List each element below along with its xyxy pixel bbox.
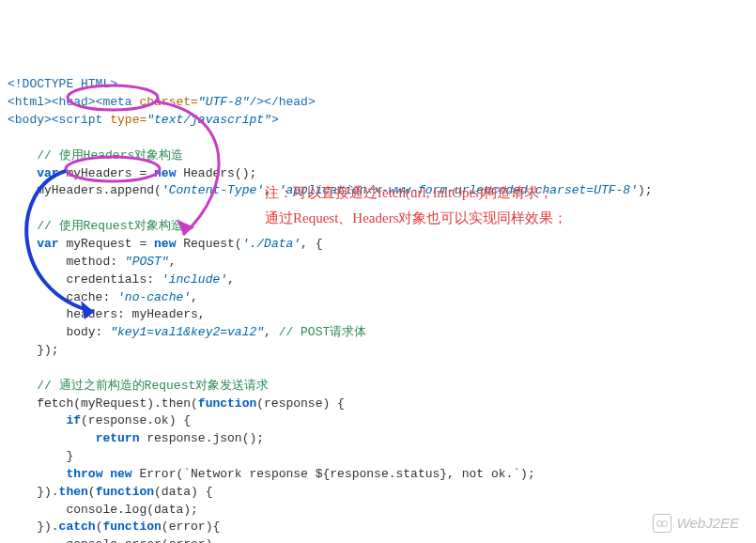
kw-then: then [59, 485, 88, 499]
code-text: , [191, 290, 198, 304]
code-text: myRequest = [59, 237, 154, 251]
kw-catch: catch [59, 520, 96, 534]
code-text: Request( [176, 237, 241, 251]
code-text: (response) { [256, 396, 345, 411]
code-text: method: [8, 255, 125, 269]
kw-if: if [66, 413, 81, 427]
kw-throw: throw [66, 467, 102, 481]
tag-head-close: </head> [264, 95, 316, 109]
code-text: headers: myHeaders, [8, 307, 206, 321]
annotation-text-2: 通过Request、Headers对象也可以实现同样效果； [265, 209, 567, 229]
watermark-text: WebJ2EE [677, 513, 739, 534]
str-include: 'include' [162, 272, 227, 287]
code-text: myHeaders.append( [37, 183, 162, 197]
kw-new: new [154, 166, 176, 180]
kw-var: var [37, 166, 58, 180]
watermark: WebJ2EE [653, 513, 739, 534]
code-text: , [227, 272, 235, 287]
kw-function: function [198, 396, 256, 411]
str-js: "text/javascript" [147, 113, 271, 127]
tag-meta-open: <meta [96, 95, 140, 109]
tag-html-open: <html> [8, 95, 52, 109]
tag-body-open: <body> [8, 113, 52, 127]
kw-function: function [102, 520, 161, 534]
str-data-url: './Data' [242, 237, 301, 251]
code-text: myHeaders = [59, 166, 154, 180]
str-utf8: "UTF-8" [198, 95, 250, 109]
kw-new: new [110, 467, 131, 481]
str-body: "key1=val1&key2=val2" [110, 325, 264, 339]
tag-meta-close: /> [249, 95, 264, 109]
str-nocache: 'no-cache' [117, 290, 191, 304]
code-text: , [264, 325, 279, 339]
code-text: cache: [8, 290, 117, 304]
kw-function: function [96, 485, 154, 499]
code-text: (response.ok) { [81, 413, 191, 427]
str-content-type: 'Content-Type' [162, 183, 264, 197]
code-text: (error){ [162, 520, 220, 534]
code-text: credentials: [8, 272, 162, 287]
code-text: (data) { [154, 485, 212, 499]
str-post: "POST" [125, 255, 169, 269]
code-text: } [8, 449, 73, 463]
code-text: <!DOCTYPE HTML> [8, 77, 117, 91]
code-text: }). [8, 485, 59, 499]
code-text [8, 431, 96, 445]
code-text [8, 467, 66, 481]
code-text: fetch(myRequest).then( [8, 396, 198, 411]
tag-script-gt: > [271, 113, 279, 127]
code-text: , [169, 255, 177, 269]
code-text: , { [301, 237, 322, 251]
comment-headers: // 使用Headers对象构造 [37, 148, 183, 163]
kw-new: new [154, 237, 176, 251]
code-text: ( [88, 485, 96, 499]
comment-body: // POST请求体 [279, 325, 367, 339]
code-text: }); [8, 343, 59, 357]
code-block: <!DOCTYPE HTML> <html><head><meta charse… [8, 76, 748, 543]
tag-head-open: <head> [52, 95, 96, 109]
code-text [8, 413, 66, 427]
wechat-icon [653, 514, 671, 533]
code-text: console.error(error) [8, 537, 212, 543]
code-text: console.log(data); [8, 503, 198, 517]
kw-return: return [96, 431, 140, 445]
code-text: }). [8, 520, 59, 534]
annotation-text-1: 注：可以直接通过fetch(url, initOpts)构造请求； [265, 183, 553, 204]
tag-script-open: <script [52, 113, 110, 127]
code-text: Error(`Network response ${response.statu… [132, 467, 535, 481]
attr-charset: charset= [139, 95, 197, 109]
attr-type: type= [110, 113, 147, 127]
comment-request: // 使用Request对象构造 [37, 219, 183, 233]
comment-fetch: // 通过之前构造的Request对象发送请求 [37, 379, 269, 393]
code-text: body: [8, 325, 110, 339]
code-text: ); [638, 183, 653, 197]
kw-var: var [37, 237, 58, 251]
code-text: response.json(); [139, 431, 264, 445]
code-text: Headers(); [176, 166, 256, 180]
